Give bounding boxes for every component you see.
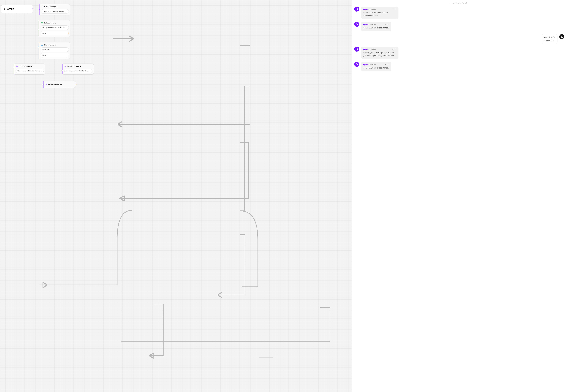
message-body: How can we be of assistance? xyxy=(363,67,389,70)
code-icon[interactable] xyxy=(395,48,397,51)
sender-name: Agent xyxy=(363,24,368,26)
node-send-message-1[interactable]: Send Message 1 Welcome to the Video Game… xyxy=(39,4,70,15)
message-time: · 1:49 PM xyxy=(368,48,376,50)
node-slot[interactable]: Welcome to the Video Game Co… xyxy=(41,9,69,14)
in-port[interactable] xyxy=(42,84,43,85)
node-slot[interactable]: $REQUEST:How can we be of assis… xyxy=(41,25,69,30)
start-node[interactable]: START xyxy=(1,5,33,13)
message-body: bowling ball xyxy=(544,39,555,42)
message-body: I'm sorry, but I didn't get that. Would … xyxy=(363,51,396,57)
chat-icon xyxy=(65,65,67,67)
svg-rect-13 xyxy=(357,64,358,65)
slot-text: Missed xyxy=(42,32,47,34)
message-actions xyxy=(392,48,397,51)
chat-message-agent: Agent · 1:49 PM Welcome to the Video Gam… xyxy=(354,7,564,19)
node-slot[interactable]: Missed xyxy=(41,31,69,35)
out-port[interactable] xyxy=(92,70,92,71)
out-port[interactable] xyxy=(75,84,76,85)
session-divider: New Session Started xyxy=(354,2,564,4)
message-bubble: Agent · 1:49 PM Welcome to the Video Gam… xyxy=(361,7,399,19)
sender-name: User xyxy=(544,36,548,38)
svg-point-2 xyxy=(42,44,42,44)
out-port[interactable] xyxy=(68,33,69,34)
slot-text: Directions xyxy=(42,49,49,51)
slot-text: $REQUEST:How can we be of assis… xyxy=(42,27,69,28)
in-port[interactable] xyxy=(38,47,39,48)
message-meta: Agent · 1:49 PM xyxy=(363,8,396,10)
code-icon[interactable] xyxy=(395,8,397,11)
node-send-message-3[interactable]: Send Message 3 I'm sorry, but I didn't g… xyxy=(62,64,94,74)
chat-message-user: User · 1:49 PM bowling ball xyxy=(354,34,564,44)
in-port[interactable] xyxy=(61,70,63,71)
open-external-icon[interactable] xyxy=(392,8,393,11)
node-title: Classification 1 xyxy=(44,44,56,46)
sender-name: Agent xyxy=(363,8,368,10)
sender-name: Agent xyxy=(363,64,368,66)
out-port[interactable] xyxy=(68,55,69,56)
message-time: · 1:49 PM xyxy=(368,64,376,66)
message-time: · 1:49 PM xyxy=(548,36,555,38)
message-bubble: Agent · 1:49 PM I'm sorry, but I didn't … xyxy=(361,47,399,59)
svg-rect-7 xyxy=(356,24,356,25)
out-port[interactable] xyxy=(43,70,44,71)
node-title: END CONVERSA… xyxy=(48,83,64,85)
node-accent xyxy=(39,42,39,59)
sender-name: Agent xyxy=(363,48,368,50)
headset-icon xyxy=(356,48,358,50)
tree-icon xyxy=(41,44,43,46)
chat-message-agent: Agent · 1:49 PM I'm sorry, but I didn't … xyxy=(354,47,564,59)
flow-canvas[interactable]: START Send Message 1 Welcome to the Vide… xyxy=(0,0,352,392)
chat-off-icon xyxy=(45,84,47,85)
svg-point-3 xyxy=(41,45,42,46)
out-port[interactable] xyxy=(68,11,69,12)
svg-point-0 xyxy=(41,22,42,23)
node-slot[interactable]: The event is held at the Gaming… xyxy=(16,69,44,73)
svg-rect-8 xyxy=(357,24,358,25)
start-out-port[interactable] xyxy=(32,9,33,10)
message-actions xyxy=(392,8,397,11)
headset-icon xyxy=(356,8,358,10)
out-port[interactable] xyxy=(68,27,69,28)
node-send-message-2[interactable]: Send Message 2 The event is held at the … xyxy=(14,64,45,74)
chat-message-agent: Agent · 1:49 PM How can we be of assista… xyxy=(354,22,564,31)
node-slot[interactable]: I'm sorry, but I didn't get that. … xyxy=(64,69,92,73)
node-accent xyxy=(62,64,63,74)
chat-icon xyxy=(41,6,43,8)
node-title: Send Message 2 xyxy=(19,65,32,67)
message-time: · 1:49 PM xyxy=(368,8,376,10)
in-port[interactable] xyxy=(38,9,40,10)
in-port[interactable] xyxy=(13,67,14,68)
slot-text: The event is held at the Gaming… xyxy=(17,70,41,72)
message-bubble: User · 1:49 PM bowling ball xyxy=(542,34,557,44)
message-actions xyxy=(385,64,389,66)
open-external-icon[interactable] xyxy=(385,24,386,26)
node-slot[interactable]: Missed xyxy=(41,53,69,57)
home-icon xyxy=(3,8,6,10)
divider-text: New Session Started xyxy=(452,2,467,4)
message-body: Welcome to the Video Game Convention 202… xyxy=(363,11,396,17)
input-icon xyxy=(41,22,43,24)
headset-icon xyxy=(356,63,358,66)
message-bubble: Agent · 1:49 PM How can we be of assista… xyxy=(361,62,391,71)
start-label: START xyxy=(7,8,14,10)
chat-panel: New Session Started Agent · 1:49 PM Welc… xyxy=(352,0,567,392)
agent-avatar xyxy=(354,47,359,52)
message-bubble: Agent · 1:49 PM How can we be of assista… xyxy=(361,22,391,31)
code-icon[interactable] xyxy=(387,24,389,26)
node-end-conversation[interactable]: END CONVERSA… xyxy=(43,81,76,88)
svg-rect-5 xyxy=(356,9,356,10)
open-external-icon[interactable] xyxy=(392,48,393,51)
node-collect-input-1[interactable]: Collect Input 1 $REQUEST:How can we be o… xyxy=(39,20,70,37)
chat-icon xyxy=(16,65,18,67)
node-classification-1[interactable]: Classification 1 Directions Missed xyxy=(39,42,70,59)
agent-avatar xyxy=(354,62,359,67)
open-external-icon[interactable] xyxy=(385,64,386,66)
agent-avatar xyxy=(354,22,359,27)
svg-point-9 xyxy=(561,36,562,37)
out-port[interactable] xyxy=(68,49,69,50)
message-meta: Agent · 1:49 PM xyxy=(363,48,396,50)
svg-point-4 xyxy=(42,45,43,46)
node-slot[interactable]: Directions xyxy=(41,47,69,52)
code-icon[interactable] xyxy=(387,64,389,66)
in-port[interactable] xyxy=(38,29,39,30)
